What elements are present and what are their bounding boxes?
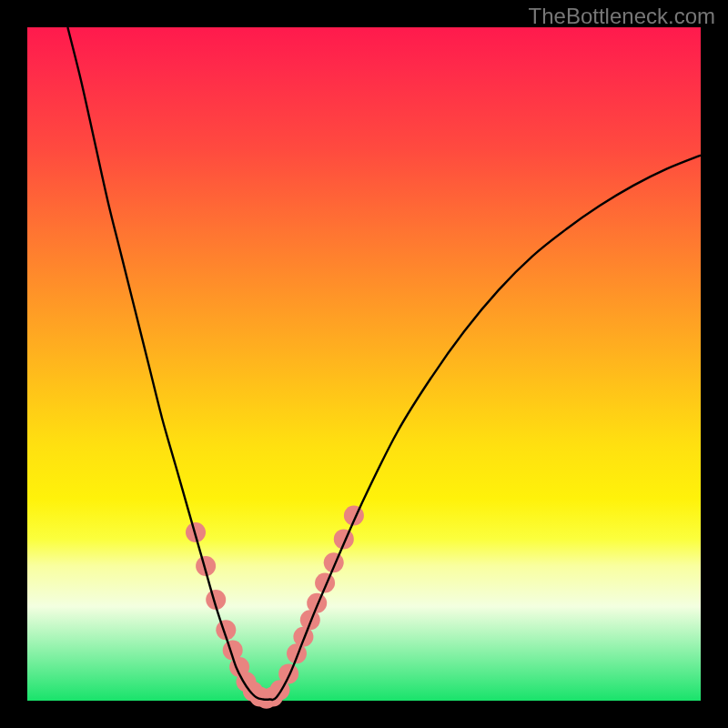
plot-area [27,27,701,701]
marker-dot [307,593,327,613]
curve-svg [27,27,701,701]
markers-layer [186,506,364,709]
watermark-text: TheBottleneck.com [529,4,715,29]
chart-frame: TheBottleneck.com [0,0,728,728]
marker-dot [278,663,298,683]
bottleneck-curve [67,27,701,700]
